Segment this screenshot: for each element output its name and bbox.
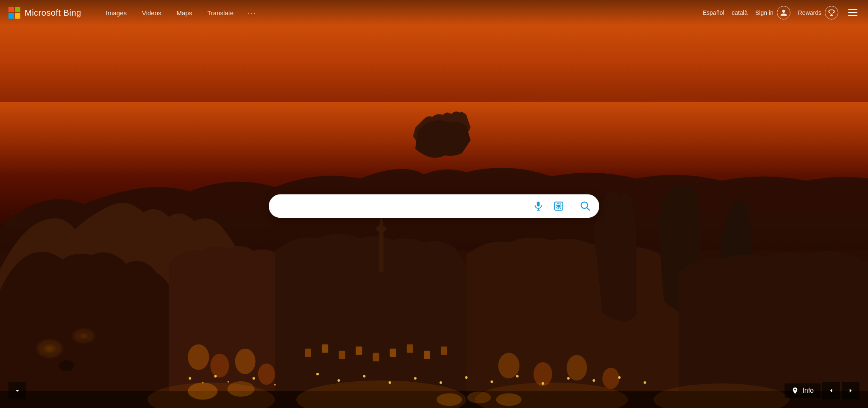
rewards-button[interactable]: Rewards xyxy=(798,6,838,19)
city-lights xyxy=(0,102,868,408)
nav-link-maps[interactable]: Maps xyxy=(169,0,200,25)
hamburger-menu[interactable] xyxy=(846,7,860,18)
nav-link-videos[interactable]: Videos xyxy=(134,0,169,25)
nav-lang-ca[interactable]: català xyxy=(732,9,748,16)
search-container xyxy=(269,194,599,218)
bottom-right-controls: Info xyxy=(785,382,860,400)
info-label: Info xyxy=(802,387,814,394)
next-image-button[interactable] xyxy=(842,382,860,400)
svg-line-62 xyxy=(587,208,590,210)
search-divider xyxy=(572,200,572,212)
logo-text: Microsoft Bing xyxy=(25,8,81,18)
svg-rect-55 xyxy=(537,201,540,206)
nav-link-images[interactable]: Images xyxy=(98,0,134,25)
user-icon xyxy=(777,6,790,19)
nav-links: Images Videos Maps Translate ··· xyxy=(98,0,703,25)
search-input[interactable] xyxy=(275,201,531,210)
info-button[interactable]: Info xyxy=(785,383,821,398)
microphone-icon xyxy=(533,200,544,211)
scroll-down-button[interactable] xyxy=(8,382,26,400)
voice-search-button[interactable] xyxy=(531,199,545,213)
rewards-trophy-icon xyxy=(825,6,838,19)
landscape xyxy=(0,102,868,408)
search-action-icons xyxy=(531,199,593,213)
nav-more-dots[interactable]: ··· xyxy=(241,8,263,17)
bottom-left-controls xyxy=(8,382,26,400)
chevron-left-icon xyxy=(827,387,835,394)
nav-lang-es[interactable]: Español xyxy=(703,9,724,16)
visual-search-button[interactable] xyxy=(551,199,566,213)
search-submit-icon xyxy=(580,200,591,211)
microsoft-grid-icon xyxy=(8,7,20,19)
logo[interactable]: Microsoft Bing xyxy=(8,7,81,19)
chevron-down-icon xyxy=(13,386,22,395)
sign-in-label: Sign in xyxy=(755,9,773,16)
chevron-right-icon xyxy=(847,387,854,394)
location-icon xyxy=(791,387,799,394)
prev-image-button[interactable] xyxy=(822,382,840,400)
rewards-label: Rewards xyxy=(798,9,821,16)
search-submit-button[interactable] xyxy=(578,199,593,213)
visual-search-icon xyxy=(553,200,564,211)
sign-in-button[interactable]: Sign in xyxy=(755,6,790,19)
navbar: Microsoft Bing Images Videos Maps Transl… xyxy=(0,0,868,25)
svg-point-60 xyxy=(557,205,559,207)
nav-right: Español català Sign in Rewards xyxy=(703,6,860,19)
nav-link-translate[interactable]: Translate xyxy=(200,0,241,25)
search-box xyxy=(269,194,599,218)
